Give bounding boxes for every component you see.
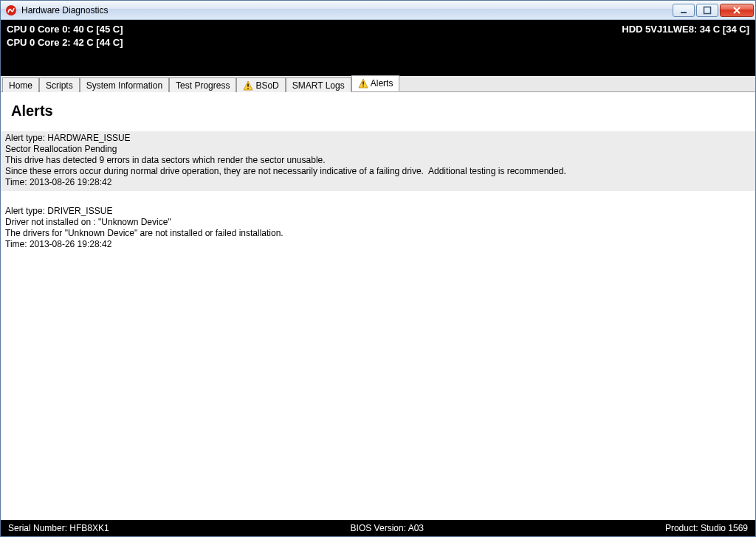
warning-icon (358, 78, 368, 89)
footer-serial: Serial Number: HFB8XK1 (8, 523, 109, 533)
tab-label: Home (9, 80, 32, 91)
footer-bar: Serial Number: HFB8XK1 BIOS Version: A03… (1, 520, 755, 536)
tab-strip: HomeScriptsSystem InformationTest Progre… (1, 76, 755, 92)
alert-line: Time: 2013-08-26 19:28:42 (5, 177, 751, 188)
tab-label: SMART Logs (292, 80, 345, 91)
tab-label: BSoD (255, 80, 278, 91)
svg-rect-1 (681, 12, 687, 13)
content-area: Alerts Alert type: HARDWARE_ISSUESector … (1, 92, 755, 520)
alerts-list: Alert type: HARDWARE_ISSUESector Realloc… (1, 131, 755, 253)
page-heading: Alerts (1, 92, 755, 131)
svg-rect-5 (248, 88, 249, 89)
tab-label: Scripts (46, 80, 73, 91)
footer-product: Product: Studio 1569 (665, 523, 748, 533)
alert-line: Time: 2013-08-26 19:28:42 (5, 239, 751, 250)
alert-line: Alert type: DRIVER_ISSUE (5, 206, 751, 217)
maximize-button[interactable] (696, 4, 718, 17)
cpu-temperatures: CPU 0 Core 0: 40 C [45 C]CPU 0 Core 2: 4… (7, 23, 123, 73)
tab-label: Alerts (371, 78, 394, 89)
hdd-temperatures: HDD 5VJ1LWE8: 34 C [34 C] (622, 23, 749, 73)
alert-line: Driver not installed on : "Unknown Devic… (5, 217, 751, 228)
alert-block: Alert type: DRIVER_ISSUEDriver not insta… (1, 204, 755, 253)
window-controls (673, 4, 754, 17)
alert-block: Alert type: HARDWARE_ISSUESector Realloc… (1, 131, 755, 191)
tab-test-progress[interactable]: Test Progress (169, 77, 236, 92)
svg-rect-8 (362, 86, 363, 86)
alert-line: This drive has detected 9 errors in data… (5, 155, 751, 166)
alert-line: Sector Reallocation Pending (5, 144, 751, 155)
cpu-temp-line: CPU 0 Core 0: 40 C [45 C] (7, 23, 123, 36)
temperature-status-bar: CPU 0 Core 0: 40 C [45 C]CPU 0 Core 2: 4… (1, 20, 755, 76)
tab-home[interactable]: Home (2, 77, 39, 92)
title-bar: Hardware Diagnostics (1, 1, 755, 20)
app-icon (5, 4, 17, 16)
tab-bsod[interactable]: BSoD (236, 77, 285, 92)
tab-label: System Information (86, 80, 162, 91)
alert-line: The drivers for "Unknown Device" are not… (5, 228, 751, 239)
tab-alerts[interactable]: Alerts (351, 75, 400, 91)
footer-bios: BIOS Version: A03 (109, 523, 665, 533)
cpu-temp-line: CPU 0 Core 2: 42 C [44 C] (7, 36, 123, 49)
svg-rect-4 (248, 83, 249, 86)
tab-smart-logs[interactable]: SMART Logs (286, 77, 351, 92)
window-title: Hardware Diagnostics (21, 5, 673, 15)
warning-icon (243, 80, 253, 91)
hdd-temp-line: HDD 5VJ1LWE8: 34 C [34 C] (622, 23, 749, 36)
close-button[interactable] (720, 4, 754, 17)
tab-scripts[interactable]: Scripts (39, 77, 80, 92)
tab-label: Test Progress (176, 80, 230, 91)
tab-system-information[interactable]: System Information (80, 77, 169, 92)
svg-rect-2 (704, 7, 711, 13)
svg-rect-7 (362, 82, 363, 85)
alert-line: Since these errors occur during normal d… (5, 166, 751, 177)
minimize-button[interactable] (673, 4, 695, 17)
alert-line: Alert type: HARDWARE_ISSUE (5, 133, 751, 144)
